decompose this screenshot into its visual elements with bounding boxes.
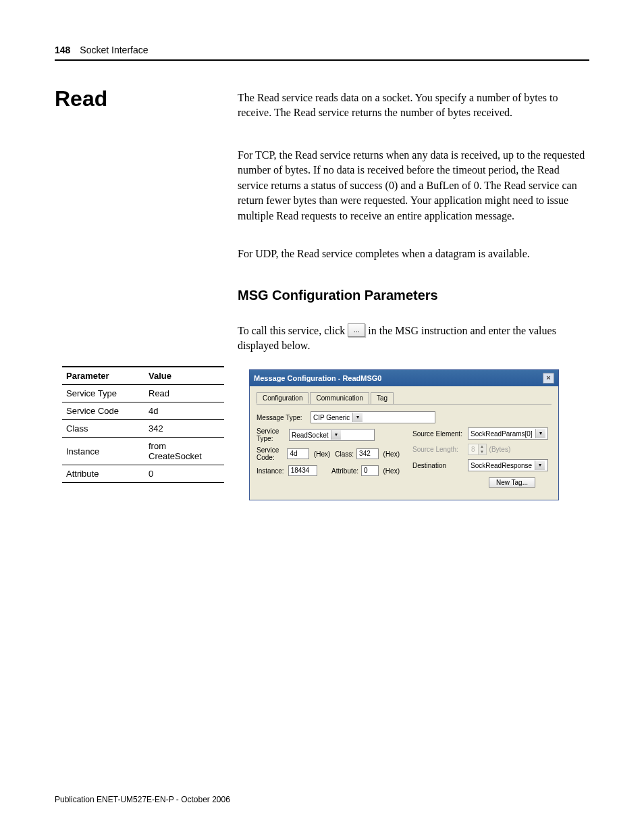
source-element-value: SockReadParams[0]: [471, 430, 533, 438]
instruction-before: To call this service, click: [238, 325, 345, 336]
page-header: 148 Socket Interface: [55, 45, 589, 61]
source-element-combo[interactable]: SockReadParams[0] ▾: [468, 427, 548, 440]
paragraph-3: For UDP, the Read service completes when…: [238, 246, 589, 261]
paragraph-2: For TCP, the Read service returns when a…: [238, 148, 589, 224]
service-code-label: ServiceCode:: [257, 446, 284, 461]
value-cell: from CreateSocket: [144, 438, 224, 465]
destination-label: Destination: [412, 462, 465, 469]
header-section-title: Socket Interface: [80, 45, 148, 55]
hex-label: (Hex): [314, 450, 330, 458]
bytes-label: (Bytes): [489, 446, 511, 453]
param-cell: Attribute: [62, 465, 144, 483]
table-row: Service Code 4d: [62, 402, 224, 420]
instance-label: Instance:: [257, 467, 286, 475]
parameter-table: Parameter Value Service Type Read Servic…: [62, 366, 224, 483]
service-type-value: ReadSocket: [292, 432, 328, 439]
source-length-spinner: 8 ▲▼: [468, 444, 487, 455]
table-row: Attribute 0: [62, 465, 224, 483]
new-tag-button[interactable]: New Tag...: [489, 477, 535, 488]
attribute-input[interactable]: 0: [361, 465, 378, 476]
message-type-label: Message Type:: [257, 414, 311, 421]
source-element-label: Source Element:: [412, 430, 465, 438]
instruction-text: To call this service, click ... in the M…: [238, 323, 589, 354]
value-cell: 0: [144, 465, 224, 483]
tab-configuration[interactable]: Configuration: [257, 392, 308, 404]
chevron-down-icon: ▾: [352, 413, 363, 422]
param-cell: Instance: [62, 438, 144, 465]
destination-combo[interactable]: SockReadResponse ▾: [468, 459, 548, 471]
dialog-tabs: Configuration Communication Tag: [257, 392, 552, 403]
subheading-msg-config: MSG Configuration Parameters: [238, 288, 438, 303]
service-type-label: ServiceType:: [257, 427, 286, 442]
param-cell: Service Code: [62, 402, 144, 420]
param-table-header-parameter: Parameter: [62, 367, 144, 385]
dialog-titlebar: Message Configuration - ReadMSG0 ×: [250, 370, 558, 386]
message-type-combo[interactable]: CIP Generic ▾: [311, 411, 435, 423]
param-cell: Service Type: [62, 385, 144, 402]
close-icon[interactable]: ×: [543, 373, 554, 384]
class-input[interactable]: 342: [356, 448, 378, 459]
param-cell: Class: [62, 420, 144, 438]
source-length-value: 8: [468, 444, 478, 454]
chevron-down-icon: ▾: [535, 429, 545, 438]
chevron-down-icon: ▾: [535, 461, 545, 470]
value-cell: 342: [144, 420, 224, 438]
hex-label: (Hex): [383, 450, 400, 458]
publication-footer: Publication ENET-UM527E-EN-P - October 2…: [55, 795, 230, 804]
page-number: 148: [55, 45, 70, 55]
param-table-header-value: Value: [144, 367, 224, 385]
message-config-dialog: Message Configuration - ReadMSG0 × Confi…: [250, 370, 558, 500]
attribute-label: Attribute:: [331, 467, 358, 475]
message-type-value: CIP Generic: [313, 414, 350, 421]
hex-label: (Hex): [383, 467, 400, 475]
value-cell: 4d: [144, 402, 224, 420]
table-row: Instance from CreateSocket: [62, 438, 224, 465]
service-code-input[interactable]: 4d: [287, 448, 308, 459]
table-row: Service Type Read: [62, 385, 224, 402]
destination-value: SockReadResponse: [471, 462, 532, 469]
class-label: Class:: [335, 450, 354, 458]
paragraph-1: The Read service reads data on a socket.…: [238, 90, 589, 121]
tab-communication[interactable]: Communication: [310, 392, 369, 404]
source-length-label: Source Length:: [412, 446, 465, 453]
value-cell: Read: [144, 385, 224, 402]
tab-tag[interactable]: Tag: [371, 392, 394, 404]
chevron-down-icon: ▾: [331, 430, 341, 440]
section-title: Read: [55, 86, 107, 111]
service-type-combo[interactable]: ReadSocket ▾: [289, 429, 375, 441]
instance-input[interactable]: 18434: [288, 465, 317, 476]
table-row: Class 342: [62, 420, 224, 438]
dialog-title-text: Message Configuration - ReadMSG0: [254, 374, 381, 382]
ellipsis-button-icon: ...: [348, 323, 365, 337]
